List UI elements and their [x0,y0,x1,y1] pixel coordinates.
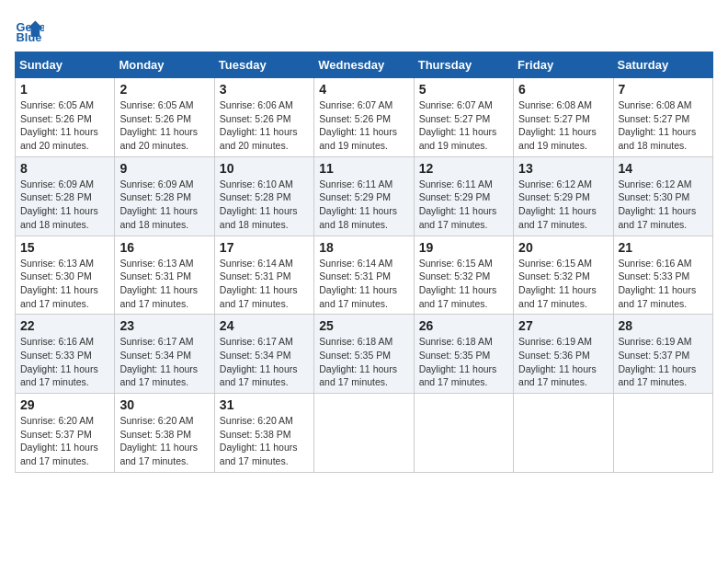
calendar-cell: 10Sunrise: 6:10 AM Sunset: 5:28 PM Dayli… [214,156,313,236]
day-info: Sunrise: 6:11 AM Sunset: 5:29 PM Dayligh… [419,178,508,232]
calendar-cell: 14Sunrise: 6:12 AM Sunset: 5:30 PM Dayli… [613,156,712,236]
calendar-cell [613,394,712,473]
calendar-cell: 13Sunrise: 6:12 AM Sunset: 5:29 PM Dayli… [514,156,613,236]
calendar-cell: 12Sunrise: 6:11 AM Sunset: 5:29 PM Dayli… [414,156,513,236]
calendar-week-row: 8Sunrise: 6:09 AM Sunset: 5:28 PM Daylig… [16,156,713,236]
day-number: 6 [518,82,608,97]
weekday-header-tuesday: Tuesday [214,52,313,78]
calendar-cell: 4Sunrise: 6:07 AM Sunset: 5:26 PM Daylig… [314,78,414,157]
day-number: 18 [319,240,408,255]
day-info: Sunrise: 6:13 AM Sunset: 5:30 PM Dayligh… [20,257,109,311]
day-info: Sunrise: 6:15 AM Sunset: 5:32 PM Dayligh… [518,257,608,311]
day-number: 13 [518,161,608,176]
day-number: 24 [220,318,309,333]
day-number: 10 [220,161,309,176]
day-number: 14 [619,161,708,176]
day-number: 20 [518,240,608,255]
weekday-header-saturday: Saturday [613,52,712,78]
calendar-cell [414,394,513,473]
day-number: 28 [619,318,708,333]
day-info: Sunrise: 6:15 AM Sunset: 5:32 PM Dayligh… [419,257,508,311]
calendar-cell: 17Sunrise: 6:14 AM Sunset: 5:31 PM Dayli… [214,236,313,315]
day-number: 26 [419,318,508,333]
day-number: 17 [220,240,309,255]
calendar-cell: 2Sunrise: 6:05 AM Sunset: 5:26 PM Daylig… [115,78,214,157]
calendar-table: SundayMondayTuesdayWednesdayThursdayFrid… [15,52,713,473]
day-number: 19 [419,240,508,255]
calendar-header-row: SundayMondayTuesdayWednesdayThursdayFrid… [16,52,713,78]
calendar-cell: 22Sunrise: 6:16 AM Sunset: 5:33 PM Dayli… [16,315,115,394]
day-info: Sunrise: 6:17 AM Sunset: 5:34 PM Dayligh… [119,335,209,389]
day-number: 22 [20,318,109,333]
weekday-header-thursday: Thursday [414,52,513,78]
day-info: Sunrise: 6:06 AM Sunset: 5:26 PM Dayligh… [220,98,309,153]
day-number: 3 [220,82,309,97]
day-number: 2 [119,82,209,97]
day-number: 23 [119,318,209,333]
day-info: Sunrise: 6:18 AM Sunset: 5:35 PM Dayligh… [419,335,508,389]
day-number: 15 [20,240,109,255]
calendar-week-row: 29Sunrise: 6:20 AM Sunset: 5:37 PM Dayli… [16,394,713,473]
page-header: General Blue [15,15,713,44]
day-info: Sunrise: 6:14 AM Sunset: 5:31 PM Dayligh… [220,257,309,311]
calendar-cell [514,394,613,473]
day-number: 25 [319,318,408,333]
weekday-header-sunday: Sunday [16,52,115,78]
day-info: Sunrise: 6:20 AM Sunset: 5:37 PM Dayligh… [20,414,109,468]
calendar-cell: 29Sunrise: 6:20 AM Sunset: 5:37 PM Dayli… [16,394,115,473]
calendar-cell: 1Sunrise: 6:05 AM Sunset: 5:26 PM Daylig… [16,78,115,157]
day-info: Sunrise: 6:05 AM Sunset: 5:26 PM Dayligh… [119,98,209,153]
calendar-cell [314,394,414,473]
day-info: Sunrise: 6:13 AM Sunset: 5:31 PM Dayligh… [119,257,209,311]
calendar-cell: 5Sunrise: 6:07 AM Sunset: 5:27 PM Daylig… [414,78,513,157]
day-info: Sunrise: 6:11 AM Sunset: 5:29 PM Dayligh… [319,178,408,232]
calendar-cell: 31Sunrise: 6:20 AM Sunset: 5:38 PM Dayli… [214,394,313,473]
day-info: Sunrise: 6:16 AM Sunset: 5:33 PM Dayligh… [20,335,109,389]
day-number: 1 [20,82,109,97]
day-number: 30 [119,397,209,412]
day-info: Sunrise: 6:07 AM Sunset: 5:26 PM Dayligh… [319,98,408,153]
calendar-week-row: 15Sunrise: 6:13 AM Sunset: 5:30 PM Dayli… [16,236,713,315]
day-info: Sunrise: 6:18 AM Sunset: 5:35 PM Dayligh… [319,335,408,389]
calendar-cell: 24Sunrise: 6:17 AM Sunset: 5:34 PM Dayli… [214,315,313,394]
calendar-cell: 18Sunrise: 6:14 AM Sunset: 5:31 PM Dayli… [314,236,414,315]
day-info: Sunrise: 6:19 AM Sunset: 5:37 PM Dayligh… [619,335,708,389]
day-info: Sunrise: 6:20 AM Sunset: 5:38 PM Dayligh… [220,414,309,468]
day-number: 29 [20,397,109,412]
day-info: Sunrise: 6:10 AM Sunset: 5:28 PM Dayligh… [220,178,309,232]
day-info: Sunrise: 6:12 AM Sunset: 5:29 PM Dayligh… [518,178,608,232]
day-number: 8 [20,161,109,176]
calendar-cell: 7Sunrise: 6:08 AM Sunset: 5:27 PM Daylig… [613,78,712,157]
day-number: 27 [518,318,608,333]
day-number: 16 [119,240,209,255]
day-number: 11 [319,161,408,176]
day-info: Sunrise: 6:09 AM Sunset: 5:28 PM Dayligh… [20,178,109,232]
day-info: Sunrise: 6:05 AM Sunset: 5:26 PM Dayligh… [20,98,109,153]
day-number: 4 [319,82,408,97]
day-info: Sunrise: 6:16 AM Sunset: 5:33 PM Dayligh… [619,257,708,311]
logo: General Blue [15,15,50,44]
calendar-cell: 27Sunrise: 6:19 AM Sunset: 5:36 PM Dayli… [514,315,613,394]
calendar-cell: 25Sunrise: 6:18 AM Sunset: 5:35 PM Dayli… [314,315,414,394]
day-info: Sunrise: 6:17 AM Sunset: 5:34 PM Dayligh… [220,335,309,389]
calendar-cell: 30Sunrise: 6:20 AM Sunset: 5:38 PM Dayli… [115,394,214,473]
calendar-cell: 28Sunrise: 6:19 AM Sunset: 5:37 PM Dayli… [613,315,712,394]
calendar-cell: 15Sunrise: 6:13 AM Sunset: 5:30 PM Dayli… [16,236,115,315]
calendar-week-row: 22Sunrise: 6:16 AM Sunset: 5:33 PM Dayli… [16,315,713,394]
day-info: Sunrise: 6:09 AM Sunset: 5:28 PM Dayligh… [119,178,209,232]
day-info: Sunrise: 6:08 AM Sunset: 5:27 PM Dayligh… [518,98,608,153]
calendar-cell: 3Sunrise: 6:06 AM Sunset: 5:26 PM Daylig… [214,78,313,157]
day-number: 12 [419,161,508,176]
calendar-cell: 11Sunrise: 6:11 AM Sunset: 5:29 PM Dayli… [314,156,414,236]
day-info: Sunrise: 6:08 AM Sunset: 5:27 PM Dayligh… [619,98,708,153]
day-info: Sunrise: 6:14 AM Sunset: 5:31 PM Dayligh… [319,257,408,311]
day-number: 21 [619,240,708,255]
day-number: 9 [119,161,209,176]
calendar-cell: 8Sunrise: 6:09 AM Sunset: 5:28 PM Daylig… [16,156,115,236]
logo-icon: General Blue [15,15,44,44]
calendar-cell: 19Sunrise: 6:15 AM Sunset: 5:32 PM Dayli… [414,236,513,315]
weekday-header-wednesday: Wednesday [314,52,414,78]
calendar-cell: 23Sunrise: 6:17 AM Sunset: 5:34 PM Dayli… [115,315,214,394]
calendar-cell: 26Sunrise: 6:18 AM Sunset: 5:35 PM Dayli… [414,315,513,394]
day-info: Sunrise: 6:07 AM Sunset: 5:27 PM Dayligh… [419,98,508,153]
